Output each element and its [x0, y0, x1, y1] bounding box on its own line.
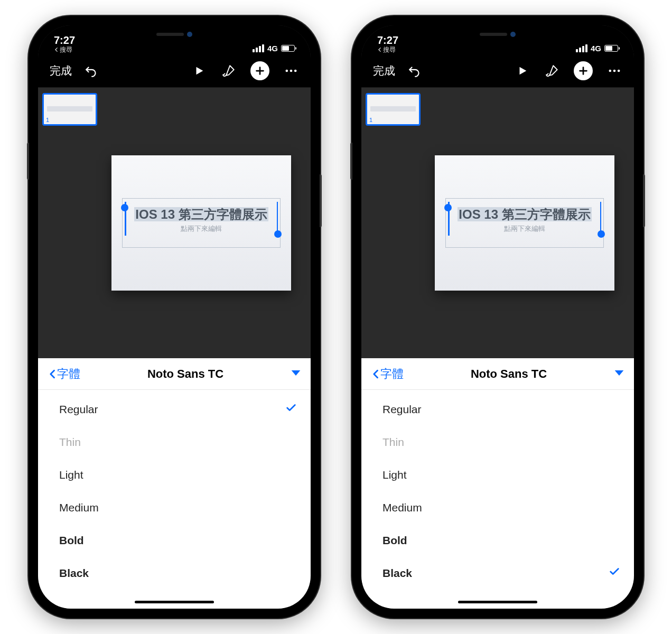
- weight-label: Thin: [59, 436, 81, 449]
- weight-option-medium[interactable]: Medium: [361, 491, 634, 524]
- home-indicator[interactable]: [458, 601, 537, 603]
- format-brush-icon[interactable]: [544, 63, 560, 79]
- title-text-box[interactable]: IOS 13 第三方字體展示 點兩下來編輯: [445, 198, 604, 248]
- network-label: 4G: [591, 44, 601, 53]
- svg-point-4: [613, 69, 616, 72]
- weight-option-light[interactable]: Light: [361, 459, 634, 491]
- font-weight-picker: 字體 Noto Sans TC RegularThinLightMediumBo…: [361, 358, 634, 609]
- slide-canvas[interactable]: IOS 13 第三方字體展示 點兩下來編輯: [111, 155, 291, 291]
- add-button[interactable]: [574, 61, 593, 80]
- status-time: 7:27: [54, 35, 75, 45]
- weight-label: Light: [382, 469, 407, 481]
- slide-subtitle-placeholder[interactable]: 點兩下來編輯: [450, 224, 599, 234]
- weight-option-black[interactable]: Black: [361, 557, 634, 590]
- svg-point-5: [618, 69, 620, 72]
- title-text-box[interactable]: IOS 13 第三方字體展示 點兩下來編輯: [122, 198, 281, 248]
- battery-icon: [281, 45, 295, 52]
- slide-thumbnail[interactable]: 1: [42, 93, 97, 126]
- weight-option-bold[interactable]: Bold: [361, 524, 634, 557]
- weight-label: Thin: [382, 436, 404, 449]
- notch: [442, 25, 553, 43]
- font-weight-picker: 字體 Noto Sans TC RegularThinLightMediumBo…: [38, 358, 311, 609]
- device-frame: 7:27 搜尋 4G 完成 1: [29, 16, 320, 618]
- check-icon: [285, 402, 297, 417]
- selection-handle-end[interactable]: [598, 230, 605, 238]
- weight-option-black[interactable]: Black: [38, 557, 311, 590]
- svg-point-2: [294, 69, 297, 72]
- picker-back-label: 字體: [57, 366, 80, 382]
- weight-label: Bold: [382, 534, 407, 547]
- check-icon: [609, 566, 620, 581]
- weight-option-thin[interactable]: Thin: [361, 426, 634, 459]
- slide-number: 1: [369, 117, 372, 123]
- device-frame: 7:27 搜尋 4G 完成 1: [352, 16, 643, 618]
- weight-option-light[interactable]: Light: [38, 459, 311, 491]
- svg-point-1: [290, 69, 293, 72]
- app-toolbar: 完成: [38, 54, 311, 88]
- slide-number: 1: [46, 117, 49, 123]
- slide-thumbnail-strip: 1: [361, 88, 425, 358]
- weight-label: Black: [59, 567, 89, 580]
- slide-title-text[interactable]: IOS 13 第三方字體展示: [134, 207, 268, 221]
- undo-icon[interactable]: [407, 63, 423, 79]
- more-icon[interactable]: [283, 63, 299, 79]
- slide-title-text[interactable]: IOS 13 第三方字體展示: [458, 207, 591, 221]
- home-indicator[interactable]: [135, 601, 214, 603]
- slide-editor: 1 IOS 13 第三方字體展示 點兩下來編輯: [38, 88, 311, 358]
- play-icon[interactable]: [515, 63, 530, 79]
- weight-option-regular[interactable]: Regular: [38, 393, 311, 426]
- collapse-picker-icon[interactable]: [291, 369, 301, 379]
- slide-editor: 1 IOS 13 第三方字體展示 點兩下來編輯: [361, 88, 634, 358]
- picker-font-name: Noto Sans TC: [147, 367, 223, 381]
- back-to-app[interactable]: 搜尋: [377, 46, 396, 53]
- weight-label: Bold: [59, 534, 84, 547]
- picker-back-label: 字體: [380, 366, 404, 382]
- notch: [119, 25, 230, 43]
- screen: 7:27 搜尋 4G 完成 1: [38, 25, 311, 609]
- weight-option-medium[interactable]: Medium: [38, 491, 311, 524]
- done-button[interactable]: 完成: [373, 63, 395, 78]
- picker-back-button[interactable]: 字體: [48, 366, 80, 382]
- selection-handle-start[interactable]: [121, 204, 128, 211]
- selection-handle-start[interactable]: [444, 204, 452, 211]
- weight-option-regular[interactable]: Regular: [361, 393, 634, 426]
- signal-icon: [576, 44, 587, 52]
- picker-back-button[interactable]: 字體: [371, 366, 404, 382]
- slide-thumbnail[interactable]: 1: [366, 93, 421, 126]
- svg-point-0: [286, 69, 288, 72]
- app-toolbar: 完成: [361, 54, 634, 88]
- weight-label: Black: [382, 567, 412, 580]
- selection-handle-end[interactable]: [274, 230, 282, 238]
- play-icon[interactable]: [191, 63, 207, 79]
- status-time: 7:27: [377, 35, 398, 45]
- slide-thumbnail-strip: 1: [38, 88, 101, 358]
- weight-label: Medium: [59, 501, 99, 514]
- picker-font-name: Noto Sans TC: [471, 367, 547, 381]
- slide-subtitle-placeholder[interactable]: 點兩下來編輯: [127, 224, 276, 234]
- weight-label: Regular: [59, 403, 98, 416]
- weight-label: Regular: [382, 403, 422, 416]
- slide-canvas[interactable]: IOS 13 第三方字體展示 點兩下來編輯: [435, 155, 614, 291]
- weight-label: Medium: [382, 501, 422, 514]
- screen: 7:27 搜尋 4G 完成 1: [361, 25, 634, 609]
- svg-point-3: [609, 69, 612, 72]
- undo-icon[interactable]: [83, 63, 99, 79]
- format-brush-icon[interactable]: [221, 63, 237, 79]
- weight-option-thin[interactable]: Thin: [38, 426, 311, 459]
- add-button[interactable]: [250, 61, 269, 80]
- network-label: 4G: [267, 44, 278, 53]
- done-button[interactable]: 完成: [50, 63, 72, 78]
- collapse-picker-icon[interactable]: [614, 369, 624, 379]
- weight-label: Light: [59, 469, 83, 481]
- weight-option-bold[interactable]: Bold: [38, 524, 311, 557]
- signal-icon: [253, 44, 264, 52]
- back-to-app[interactable]: 搜尋: [54, 46, 72, 53]
- more-icon[interactable]: [606, 63, 622, 79]
- battery-icon: [604, 45, 618, 52]
